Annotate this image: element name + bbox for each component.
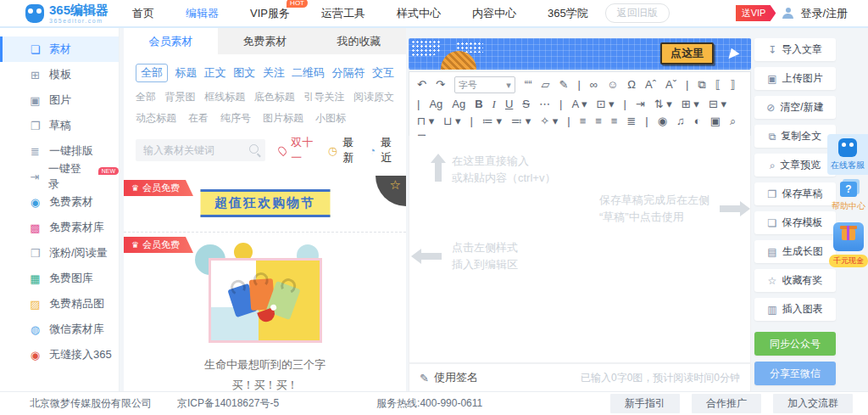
toolbar-icon[interactable]: ⋯ bbox=[539, 98, 550, 110]
toolbar-icon[interactable]: ⊟ ▾ bbox=[709, 98, 726, 110]
sidebar-item-seamless-365[interactable]: ◉无缝接入365 bbox=[0, 342, 119, 367]
click-here-button[interactable]: 点这里 bbox=[660, 42, 714, 64]
filter-chip[interactable]: 正文 bbox=[204, 65, 226, 81]
online-service-widget[interactable]: 在线客服 bbox=[827, 134, 868, 175]
nav-editor[interactable]: 编辑器 bbox=[186, 6, 219, 21]
sale-banner-title[interactable]: 超值狂欢购物节 bbox=[200, 189, 330, 217]
toolbar-icon[interactable]: ◉ bbox=[658, 115, 667, 127]
toolbar-icon[interactable]: ⊔ ▾ bbox=[443, 115, 460, 127]
use-signature-button[interactable]: ✎ 使用签名 bbox=[420, 370, 478, 385]
tab-free-material[interactable]: 免费素材 bbox=[218, 28, 312, 54]
nav-academy[interactable]: 365学院 bbox=[548, 6, 588, 21]
quick-filter-newest[interactable]: ◷最新 bbox=[328, 135, 355, 165]
filter-chip[interactable]: 小图标 bbox=[315, 111, 346, 126]
redo-icon[interactable]: ↷ bbox=[436, 79, 445, 91]
sidebar-item-one-click-login[interactable]: ⇥一键登录NEW bbox=[0, 164, 119, 189]
help-center-widget[interactable]: ? 帮助中心 bbox=[829, 182, 868, 212]
toolbar-icon[interactable]: ≔ ▾ bbox=[482, 115, 502, 127]
upload-image-button[interactable]: ▣上传图片 bbox=[754, 67, 836, 90]
toolbar-icon[interactable]: Ag bbox=[452, 98, 465, 110]
login-register-link[interactable]: 登录/注册 bbox=[800, 6, 848, 21]
toolbar-icon[interactable]: ✧ ▾ bbox=[540, 115, 558, 127]
italic-icon[interactable]: I bbox=[492, 98, 496, 110]
filter-chip[interactable]: 背景图 bbox=[165, 90, 196, 104]
toolbar-icon[interactable]: ≡ bbox=[580, 115, 587, 127]
sidebar-item-draft[interactable]: ❐草稿 bbox=[0, 113, 119, 138]
toolbar-icon[interactable]: ⇥ bbox=[636, 98, 645, 110]
import-article-button[interactable]: ↧导入文章 bbox=[754, 38, 836, 61]
sidebar-item-free-material[interactable]: ◉免费素材 bbox=[0, 189, 119, 215]
undo-icon[interactable]: ↶ bbox=[417, 79, 426, 91]
strikethrough-icon[interactable]: S bbox=[522, 98, 530, 110]
sidebar-item-one-click-layout[interactable]: ≣一键排版 bbox=[0, 138, 119, 164]
toolbar-icon[interactable]: ▣ bbox=[710, 115, 721, 127]
article-preview-button[interactable]: ⌕文章预览 bbox=[754, 154, 836, 177]
toolbar-icon[interactable]: ⇅ ▾ bbox=[654, 98, 672, 110]
toolbar-icon[interactable]: | bbox=[417, 98, 420, 110]
favorite-corner-badge[interactable]: ☆ bbox=[376, 176, 406, 206]
filter-chip[interactable]: 全部 bbox=[136, 64, 168, 82]
toolbar-icon[interactable]: ⊓ ▾ bbox=[417, 115, 434, 127]
filter-chip[interactable]: 纯序号 bbox=[220, 111, 251, 126]
toolbar-icon[interactable]: | bbox=[567, 115, 570, 127]
nav-vip[interactable]: VIP服务HOT bbox=[250, 6, 290, 21]
toolbar-icon[interactable]: | bbox=[559, 98, 562, 110]
share-to-wechat-button[interactable]: 分享至微信 bbox=[754, 362, 836, 385]
filter-chip[interactable]: 底色标题 bbox=[254, 90, 295, 104]
toolbar-icon[interactable]: A ▾ bbox=[571, 98, 587, 110]
tab-member-material[interactable]: 会员素材 bbox=[124, 28, 218, 54]
toolbar-icon[interactable]: Ag bbox=[429, 98, 442, 110]
filter-chip[interactable]: 交互 bbox=[372, 65, 394, 81]
filter-chip[interactable]: 二维码 bbox=[292, 65, 325, 81]
toolbar-icon[interactable]: ⊡ ▾ bbox=[596, 98, 614, 110]
nav-styles[interactable]: 样式中心 bbox=[397, 6, 441, 21]
material-card-shopping[interactable]: ♛会员免费 生命中最想听到的三个字 买！买！买！ 为啥我们要过双十一呢 bbox=[124, 233, 406, 392]
footer-link[interactable]: 合作推广 bbox=[692, 394, 761, 413]
insert-chart-button[interactable]: ▥插入图表 bbox=[754, 298, 836, 321]
toolbar-icon[interactable]: ““ bbox=[525, 79, 532, 91]
gift-vip-tag[interactable]: 送VIP bbox=[736, 5, 776, 21]
sidebar-item-grow-followers[interactable]: ❒涨粉/阅读量 bbox=[0, 240, 119, 266]
toolbar-icon[interactable]: ▱ bbox=[541, 79, 549, 91]
filter-chip[interactable]: 框线标题 bbox=[204, 90, 245, 104]
sidebar-item-template[interactable]: ⊞模板 bbox=[0, 62, 119, 87]
filter-chip[interactable]: 分隔符 bbox=[332, 65, 365, 81]
toolbar-icon[interactable]: | bbox=[686, 79, 688, 91]
filter-chip[interactable]: 动态标题 bbox=[136, 111, 176, 126]
toolbar-icon[interactable]: ⟦ bbox=[715, 79, 721, 91]
toolbar-icon[interactable]: ✎ bbox=[559, 79, 568, 91]
toolbar-icon[interactable]: ≣ bbox=[626, 115, 636, 127]
bold-icon[interactable]: B bbox=[475, 98, 482, 110]
save-draft-button[interactable]: ❐保存草稿 bbox=[754, 182, 836, 205]
toolbar-icon[interactable]: | bbox=[577, 79, 580, 91]
material-search-input[interactable] bbox=[136, 139, 265, 161]
clear-new-button[interactable]: ⊘清空/新建 bbox=[754, 96, 836, 119]
search-icon[interactable] bbox=[249, 144, 259, 154]
sync-wechat-account-button[interactable]: 同步公众号 bbox=[754, 332, 836, 356]
material-card-sale-banner[interactable]: ♛会员免费 超值狂欢购物节 ☆ bbox=[124, 176, 406, 233]
sidebar-item-image[interactable]: ▣图片 bbox=[0, 87, 119, 113]
toolbar-icon[interactable]: ≡ bbox=[595, 115, 602, 127]
quick-filter-recent[interactable]: ◔最近 bbox=[369, 135, 394, 165]
toolbar-icon[interactable]: ⌕ bbox=[730, 115, 736, 127]
toolbar-icon[interactable]: ∞ bbox=[590, 79, 598, 91]
generate-long-image-button[interactable]: ▤生成长图 bbox=[754, 240, 836, 263]
toolbar-icon[interactable]: ☺ bbox=[607, 79, 618, 91]
quick-filter-double11[interactable]: 双十一 bbox=[279, 135, 314, 165]
sidebar-item-material[interactable]: ❏素材 bbox=[0, 36, 119, 62]
toolbar-icon[interactable]: ◐ bbox=[694, 115, 701, 127]
filter-chip[interactable]: 图片标题 bbox=[263, 111, 303, 126]
editor-ad-banner[interactable]: 点这里 bbox=[409, 38, 751, 70]
cash-reward-widget[interactable]: 千元现金 bbox=[829, 222, 868, 267]
sidebar-item-wechat-library[interactable]: ◍微信素材库 bbox=[0, 317, 119, 342]
toolbar-icon[interactable]: Aˆ bbox=[645, 79, 656, 91]
toolbar-icon[interactable]: Aˇ bbox=[665, 79, 676, 91]
toolbar-icon[interactable]: ⟧ bbox=[730, 79, 735, 91]
back-to-old-button[interactable]: 返回旧版 bbox=[605, 3, 670, 23]
nav-content[interactable]: 内容中心 bbox=[472, 6, 516, 21]
footer-link[interactable]: 新手指引 bbox=[610, 394, 680, 413]
toolbar-icon[interactable]: | bbox=[645, 115, 648, 127]
filter-chip[interactable]: 关注 bbox=[263, 65, 285, 81]
toolbar-icon[interactable]: ≡ bbox=[611, 115, 618, 127]
filter-chip[interactable]: 全部 bbox=[136, 90, 156, 104]
